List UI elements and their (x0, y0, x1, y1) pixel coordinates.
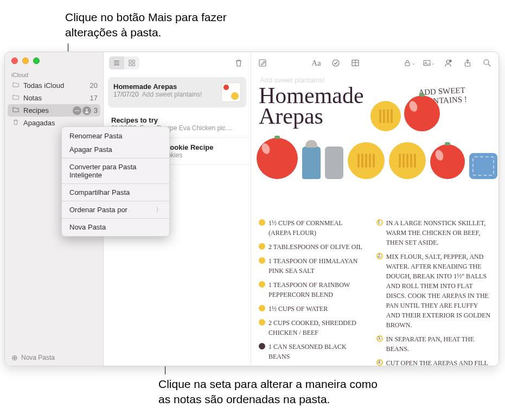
lock-button[interactable]: ⌵ (403, 57, 415, 69)
collaborate-button[interactable] (442, 57, 454, 69)
note-thumbnail (221, 82, 241, 102)
list-toolbar (104, 52, 251, 74)
step-number-icon: 2. (376, 253, 383, 259)
svg-rect-3 (129, 63, 131, 66)
svg-rect-8 (405, 62, 410, 66)
window-controls (5, 52, 103, 68)
tomato-illustration (430, 144, 465, 179)
note-item-sub: 17/07/20Add sweet plantains! (113, 91, 216, 98)
step-number-icon: 3. (376, 335, 383, 342)
container-illustration (469, 153, 497, 179)
zoom-window-button[interactable] (33, 58, 40, 64)
arepa-illustration (370, 101, 401, 131)
step-number-icon: 1. (376, 219, 383, 226)
recipe-content: 1½ CUPS OF CORNMEAL (AREPA FLOUR) 2 TABL… (259, 218, 493, 366)
steps-list: 1.IN A LARGE NONSTICK SKILLET, WARM THE … (376, 218, 493, 366)
menu-new-folder[interactable]: Nova Pasta (62, 220, 169, 234)
note-first-line: Add sweet plantains! (260, 76, 325, 84)
new-folder-label: Nova Pasta (21, 354, 55, 361)
checklist-button[interactable] (330, 57, 342, 69)
svg-rect-4 (132, 63, 135, 66)
sidebar-item-label: Apagadas (23, 119, 55, 127)
bullet-icon (259, 243, 265, 250)
compose-button[interactable] (257, 57, 269, 69)
sidebar-item-label: Notas (23, 94, 42, 102)
format-button[interactable]: Aa (310, 57, 322, 69)
svg-point-0 (86, 109, 87, 110)
illustrations-row-2 (257, 138, 497, 179)
trash-icon (11, 118, 20, 128)
note-content-pane: Aa ⌵ ⌵ (251, 52, 498, 366)
note-canvas[interactable]: Add sweet plantains! HomemadeArepas ADD … (251, 74, 498, 366)
step-number-icon: 4. (376, 359, 383, 366)
folder-context-menu: Renomear Pasta Apagar Pasta Converter pa… (61, 126, 170, 237)
svg-point-12 (449, 60, 452, 62)
menu-convert-smart-folder[interactable]: Converter para Pasta Inteligente (62, 160, 169, 182)
gallery-view-button[interactable] (124, 56, 139, 69)
new-folder-button[interactable]: ⊕ Nova Pasta (5, 349, 103, 366)
callout-top: Clique no botão Mais para fazer alteraçõ… (65, 10, 244, 41)
arepa-illustration (348, 142, 385, 179)
menu-rename-folder[interactable]: Renomear Pasta (62, 129, 169, 143)
sidebar-item-count: 3 (94, 106, 98, 114)
tomato-illustration (257, 138, 298, 179)
folder-icon (11, 81, 20, 90)
menu-delete-folder[interactable]: Apagar Pasta (62, 143, 169, 156)
menu-separator (62, 201, 169, 201)
ingredient-list: 1½ CUPS OF CORNMEAL (AREPA FLOUR) 2 TABL… (259, 218, 367, 366)
callout-bottom: Clique na seta para alterar a maneira co… (158, 377, 386, 408)
sidebar-section-header: iCloud (5, 68, 103, 79)
bullet-icon (259, 319, 265, 326)
svg-point-10 (425, 62, 427, 63)
main-toolbar: Aa ⌵ ⌵ (251, 52, 498, 74)
menu-separator (62, 218, 169, 219)
plus-circle-icon: ⊕ (11, 354, 18, 361)
illustrations (370, 96, 440, 131)
arepa-illustration (389, 142, 426, 179)
svg-point-6 (333, 60, 339, 66)
shaker-illustration (302, 147, 321, 179)
menu-separator (62, 158, 169, 158)
chevron-right-icon: 〉 (156, 206, 162, 214)
table-button[interactable] (349, 57, 361, 69)
media-button[interactable]: ⌵ (423, 57, 434, 69)
sidebar-item-notas[interactable]: Notas 17 (5, 92, 103, 104)
list-view-button[interactable] (109, 56, 124, 69)
folder-icon (11, 106, 20, 115)
more-icon[interactable] (73, 106, 81, 115)
delete-note-button[interactable] (232, 56, 245, 69)
svg-rect-1 (129, 60, 131, 62)
sidebar-item-all-icloud[interactable]: Todas iCloud 20 (5, 79, 103, 92)
note-item-title: Homemade Arepas (113, 82, 216, 91)
search-button[interactable] (481, 57, 493, 69)
note-item-title: Recipes to try (111, 116, 245, 124)
bullet-icon (259, 257, 265, 264)
sidebar-item-label: Todas iCloud (23, 81, 64, 90)
folder-icon (11, 93, 20, 103)
pepper-illustration (325, 147, 343, 179)
minimize-window-button[interactable] (22, 58, 29, 64)
sidebar-item-count: 20 (90, 81, 98, 90)
view-toggle (109, 56, 139, 69)
note-item-arepas[interactable]: Homemade Arepas 17/07/20Add sweet planta… (108, 77, 246, 107)
svg-rect-2 (132, 60, 135, 62)
menu-sort-folder-by[interactable]: Ordenar Pasta por 〉 (62, 203, 169, 217)
sidebar-item-count: 17 (90, 94, 98, 102)
bullet-icon (259, 281, 265, 288)
svg-point-11 (446, 60, 450, 63)
sidebar-item-label: Recipes (23, 106, 49, 114)
close-window-button[interactable] (11, 58, 18, 64)
bullet-icon (259, 219, 265, 226)
share-button[interactable] (462, 57, 474, 69)
shared-folder-icon (82, 106, 91, 115)
menu-share-folder[interactable]: Compartilhar Pasta (62, 186, 169, 199)
tomato-illustration (404, 96, 440, 131)
menu-separator (62, 183, 169, 184)
sidebar-item-recipes[interactable]: Recipes 3 (8, 104, 100, 117)
svg-point-14 (484, 60, 489, 65)
bullet-icon (259, 343, 265, 349)
bullet-icon (259, 305, 265, 311)
